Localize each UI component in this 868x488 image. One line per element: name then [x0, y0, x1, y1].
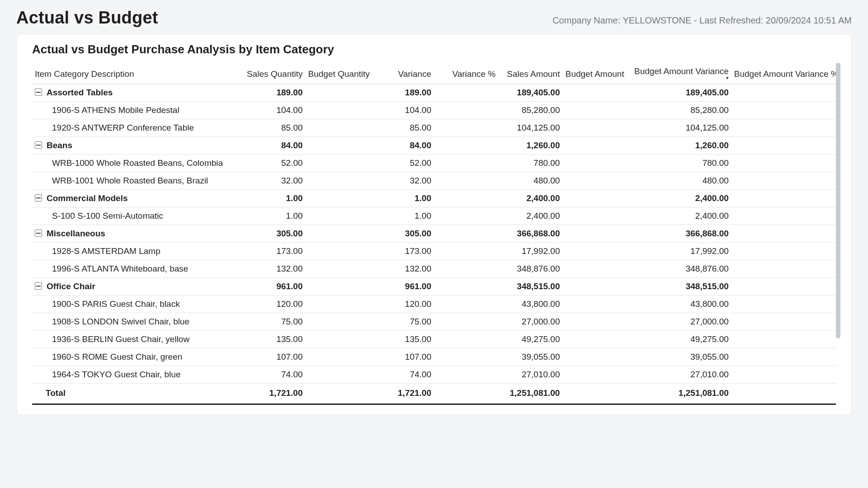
- table-row[interactable]: 1908-S LONDON Swivel Chair, blue75.0075.…: [32, 313, 836, 331]
- table-row[interactable]: 1936-S BERLIN Guest Chair, yellow135.001…: [32, 331, 836, 348]
- cell-sales_qty: 104.00: [241, 102, 305, 119]
- row-label: 1936-S BERLIN Guest Chair, yellow: [52, 334, 189, 344]
- cell-variance: 1,721.00: [370, 384, 434, 404]
- cell-description: S-100 S-100 Semi-Automatic: [32, 207, 241, 225]
- cell-bav: 480.00: [627, 172, 731, 190]
- col-budget-quantity[interactable]: Budget Quantity: [306, 63, 370, 84]
- cell-variance_pct: [434, 172, 498, 190]
- cell-description: 1996-S ATLANTA Whiteboard, base: [32, 260, 241, 278]
- table-row[interactable]: S-100 S-100 Semi-Automatic1.001.002,400.…: [32, 207, 836, 225]
- table-row[interactable]: 1964-S TOKYO Guest Chair, blue74.0074.00…: [32, 366, 836, 384]
- table-row[interactable]: 1906-S ATHENS Mobile Pedestal104.00104.0…: [32, 102, 836, 119]
- row-label: WRB-1000 Whole Roasted Beans, Colombia: [52, 158, 223, 168]
- col-sales-amount[interactable]: Sales Amount: [498, 63, 562, 84]
- cell-bav: 348,876.00: [627, 260, 731, 278]
- cell-variance_pct: [434, 84, 498, 102]
- cell-sales_amt: 17,992.00: [498, 243, 562, 260]
- cell-sales_qty: 132.00: [241, 260, 305, 278]
- cell-bav: 780.00: [627, 155, 731, 172]
- cell-budget_amt: [562, 102, 627, 119]
- row-label: Miscellaneous: [47, 229, 105, 238]
- cell-sales_amt: 348,876.00: [498, 260, 562, 278]
- cell-budget_amt: [562, 366, 627, 384]
- table-row[interactable]: Beans84.0084.001,260.001,260.00: [32, 137, 836, 155]
- cell-variance: 1.00: [370, 190, 434, 207]
- cell-budget_amt: [562, 278, 627, 296]
- table-row[interactable]: WRB-1001 Whole Roasted Beans, Brazil32.0…: [32, 172, 836, 190]
- table-row[interactable]: 1900-S PARIS Guest Chair, black120.00120…: [32, 296, 836, 313]
- cell-bav_pct: [731, 278, 836, 296]
- cell-variance_pct: [434, 225, 498, 243]
- table-row[interactable]: Miscellaneous305.00305.00366,868.00366,8…: [32, 225, 836, 243]
- table-row[interactable]: 1996-S ATLANTA Whiteboard, base132.00132…: [32, 260, 836, 278]
- cell-sales_qty: 173.00: [241, 243, 305, 260]
- col-budget-amount-variance[interactable]: Budget Amount Variance ▾: [627, 63, 731, 84]
- cell-bav_pct: [731, 296, 836, 313]
- total-label: Total: [46, 388, 66, 398]
- table-row[interactable]: Commercial Models1.001.002,400.002,400.0…: [32, 190, 836, 207]
- table-row[interactable]: WRB-1000 Whole Roasted Beans, Colombia52…: [32, 155, 836, 172]
- cell-variance: 107.00: [370, 348, 434, 366]
- col-budget-amount[interactable]: Budget Amount: [562, 63, 627, 84]
- col-budget-amount-variance-label: Budget Amount Variance: [634, 66, 729, 76]
- cell-bav_pct: [731, 119, 836, 137]
- col-variance-pct[interactable]: Variance %: [434, 63, 498, 84]
- vertical-scrollbar[interactable]: [836, 63, 840, 338]
- cell-budget_qty: [306, 137, 370, 155]
- collapse-icon[interactable]: [35, 194, 42, 202]
- collapse-icon[interactable]: [35, 89, 42, 96]
- table-row[interactable]: Assorted Tables189.00189.00189,405.00189…: [32, 84, 836, 102]
- cell-budget_qty: [306, 313, 370, 331]
- cell-sales_amt: 2,400.00: [498, 207, 562, 225]
- cell-description: 1908-S LONDON Swivel Chair, blue: [32, 313, 241, 331]
- table-row[interactable]: 1920-S ANTWERP Conference Table85.0085.0…: [32, 119, 836, 137]
- cell-budget_amt: [562, 137, 627, 155]
- cell-variance: 189.00: [370, 84, 434, 102]
- cell-variance_pct: [434, 278, 498, 296]
- cell-variance: 173.00: [370, 243, 434, 260]
- cell-sales_qty: 84.00: [241, 137, 305, 155]
- cell-budget_qty: [306, 119, 370, 137]
- total-row: Total1,721.001,721.001,251,081.001,251,0…: [32, 384, 836, 404]
- cell-budget_qty: [306, 331, 370, 348]
- collapse-icon[interactable]: [35, 282, 42, 290]
- cell-sales_amt: 49,275.00: [498, 331, 562, 348]
- cell-budget_qty: [306, 366, 370, 384]
- cell-variance_pct: [434, 207, 498, 225]
- cell-sales_qty: 32.00: [241, 172, 305, 190]
- cell-variance_pct: [434, 260, 498, 278]
- cell-budget_qty: [306, 243, 370, 260]
- cell-budget_qty: [306, 260, 370, 278]
- cell-variance_pct: [434, 366, 498, 384]
- cell-sales_amt: 1,260.00: [498, 137, 562, 155]
- collapse-icon[interactable]: [35, 230, 42, 237]
- cell-budget_amt: [562, 84, 627, 102]
- cell-description: 1906-S ATHENS Mobile Pedestal: [32, 102, 241, 119]
- cell-sales_qty: 961.00: [241, 278, 305, 296]
- cell-description: Miscellaneous: [32, 225, 241, 243]
- cell-bav: 2,400.00: [627, 207, 731, 225]
- cell-sales_amt: 2,400.00: [498, 190, 562, 207]
- col-item-category[interactable]: Item Category Description: [32, 63, 241, 84]
- table-row[interactable]: Office Chair961.00961.00348,515.00348,51…: [32, 278, 836, 296]
- col-sales-quantity[interactable]: Sales Quantity: [241, 63, 305, 84]
- cell-bav: 2,400.00: [627, 190, 731, 207]
- table-row[interactable]: 1928-S AMSTERDAM Lamp173.00173.0017,992.…: [32, 243, 836, 260]
- collapse-icon[interactable]: [35, 141, 42, 149]
- row-label: 1920-S ANTWERP Conference Table: [52, 123, 194, 132]
- cell-sales_amt: 348,515.00: [498, 278, 562, 296]
- cell-variance: 120.00: [370, 296, 434, 313]
- cell-sales_qty: 1.00: [241, 207, 305, 225]
- col-budget-amount-variance-pct[interactable]: Budget Amount Variance %: [731, 63, 836, 84]
- cell-description: 1900-S PARIS Guest Chair, black: [32, 296, 241, 313]
- cell-sales_amt: 366,868.00: [498, 225, 562, 243]
- cell-budget_qty: [306, 207, 370, 225]
- cell-bav: 43,800.00: [627, 296, 731, 313]
- scrollbar-thumb[interactable]: [836, 63, 840, 338]
- cell-bav: 39,055.00: [627, 348, 731, 366]
- table-row[interactable]: 1960-S ROME Guest Chair, green107.00107.…: [32, 348, 836, 366]
- col-variance[interactable]: Variance: [370, 63, 434, 84]
- cell-variance: 135.00: [370, 331, 434, 348]
- cell-budget_qty: [306, 172, 370, 190]
- cell-budget_amt: [562, 190, 627, 207]
